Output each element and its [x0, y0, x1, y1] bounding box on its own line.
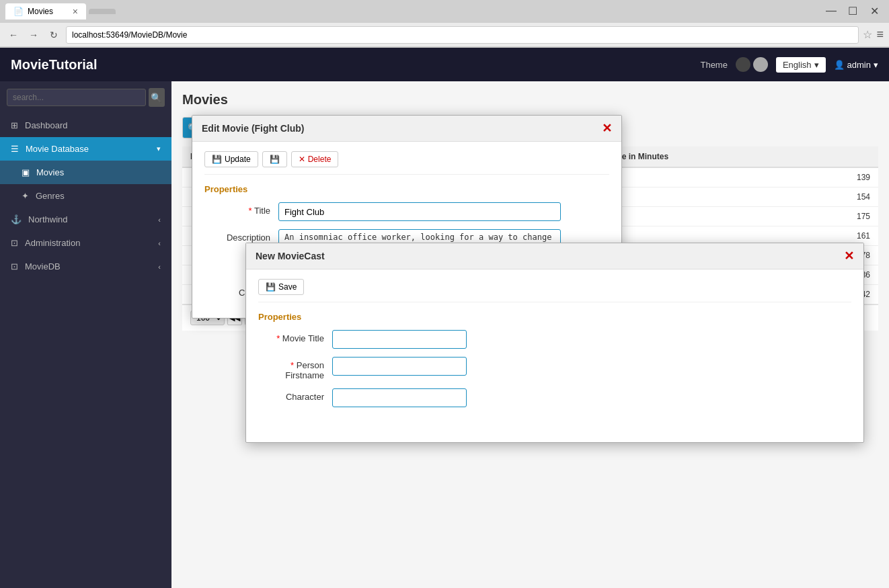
- desc-label: Description: [204, 229, 278, 243]
- movie-title-label: * Movie Title: [258, 330, 332, 343]
- character-input[interactable]: [332, 388, 467, 407]
- close-btn[interactable]: ✕: [865, 3, 884, 19]
- movie-database-icon: ☰: [11, 144, 19, 154]
- sidebar-item-label: MovieDB: [25, 261, 61, 271]
- chevron-left-icon3: ‹: [158, 263, 161, 271]
- character-row: Character: [258, 388, 851, 407]
- tab-close-btn[interactable]: ×: [73, 6, 78, 17]
- person-firstname-label: * Person Firstname: [258, 357, 332, 380]
- forward-btn[interactable]: →: [26, 27, 42, 43]
- back-btn[interactable]: ←: [5, 27, 22, 43]
- cast-modal-close-btn[interactable]: ✕: [844, 250, 854, 262]
- cell-runtime: 154: [586, 187, 878, 207]
- sidebar-item-administration[interactable]: ⊡ Administration ‹: [0, 231, 171, 255]
- sidebar-search-btn[interactable]: 🔍: [149, 88, 165, 107]
- dashboard-icon: ⊞: [11, 120, 18, 130]
- moviedb-icon: ⊡: [11, 261, 18, 271]
- sidebar-item-genres[interactable]: ✦ Genres: [0, 184, 171, 208]
- movies-icon: ▣: [22, 167, 30, 177]
- edit-modal-toolbar: 💾 Update 💾 ✕ Delete: [204, 151, 609, 175]
- address-bar[interactable]: [66, 26, 859, 44]
- sidebar: 🔍 ⊞ Dashboard ☰ Movie Database ▾ ▣ Movie…: [0, 81, 171, 588]
- movie-title-required: *: [276, 333, 280, 343]
- person-firstname-input[interactable]: [332, 357, 467, 376]
- browser-tab[interactable]: 📄 Movies ×: [5, 3, 86, 19]
- tab-icon: 📄: [13, 7, 24, 16]
- title-required-star: *: [248, 206, 252, 216]
- movie-title-row: * Movie Title: [258, 330, 851, 349]
- tab-title: Movies: [28, 7, 53, 16]
- theme-dark-circle[interactable]: [736, 57, 750, 72]
- save-only-btn[interactable]: 💾: [262, 151, 287, 167]
- delete-btn[interactable]: ✕ Delete: [291, 151, 339, 167]
- chevron-down-icon: ▾: [157, 144, 161, 153]
- cast-modal-body: 💾 Save Properties * Movie Title: [246, 269, 863, 442]
- edit-modal-header: Edit Movie (Fight Club) ✕: [192, 116, 621, 142]
- sidebar-item-label: Administration: [25, 238, 80, 248]
- sidebar-item-dashboard[interactable]: ⊞ Dashboard: [0, 114, 171, 137]
- cast-modal-toolbar: 💾 Save: [258, 279, 851, 302]
- chevron-left-icon: ‹: [158, 216, 161, 224]
- app-title: MovieTutorial: [11, 57, 700, 73]
- sidebar-search-area: 🔍: [0, 81, 171, 114]
- northwind-icon: ⚓: [11, 214, 22, 224]
- properties-section-title: Properties: [204, 184, 609, 194]
- person-row: * Person Firstname: [258, 357, 851, 380]
- sidebar-item-label: Northwind: [28, 214, 68, 224]
- cast-properties-title: Properties: [258, 312, 851, 322]
- person-required: *: [291, 360, 294, 370]
- sidebar-search-input[interactable]: [7, 89, 146, 106]
- sidebar-item-movie-database[interactable]: ☰ Movie Database ▾: [0, 137, 171, 161]
- edit-modal-close-btn[interactable]: ✕: [602, 122, 612, 134]
- chevron-left-icon2: ‹: [158, 239, 161, 247]
- save-icon: 💾: [212, 155, 222, 164]
- sidebar-item-label: Dashboard: [25, 120, 68, 130]
- admin-chevron-icon: ▾: [874, 60, 878, 70]
- genres-icon: ✦: [22, 191, 29, 201]
- title-label: * Title: [204, 202, 278, 216]
- admin-label: admin: [847, 60, 871, 70]
- page-title: Movies: [182, 92, 878, 108]
- sidebar-item-label: Movie Database: [26, 144, 89, 154]
- delete-icon: ✕: [299, 155, 305, 164]
- update-btn[interactable]: 💾 Update: [204, 151, 258, 167]
- movie-title-input[interactable]: [332, 330, 467, 349]
- title-input[interactable]: [278, 202, 561, 221]
- browser-menu-icon[interactable]: ≡: [876, 28, 884, 42]
- cell-runtime: 175: [586, 207, 878, 226]
- topbar: MovieTutorial Theme English ▾ 👤 admin ▾: [0, 48, 889, 81]
- col-runtime[interactable]: Runtime in Minutes: [586, 146, 878, 167]
- restore-btn[interactable]: ☐: [843, 3, 862, 19]
- admin-btn[interactable]: 👤 admin ▾: [834, 60, 878, 70]
- cast-save-label: Save: [278, 282, 297, 292]
- new-moviecast-modal: New MovieCast ✕ 💾 Save Properties *: [245, 243, 864, 443]
- new-tab-btn[interactable]: [89, 9, 116, 14]
- admin-user-icon: 👤: [834, 60, 845, 70]
- reload-btn[interactable]: ↻: [46, 27, 62, 43]
- bookmark-icon[interactable]: ☆: [863, 28, 872, 41]
- administration-icon: ⊡: [11, 238, 18, 248]
- language-chevron-icon: ▾: [814, 60, 819, 70]
- sidebar-item-label: Movies: [36, 167, 64, 177]
- minimize-btn[interactable]: —: [822, 3, 841, 19]
- sidebar-item-northwind[interactable]: ⚓ Northwind ‹: [0, 208, 171, 231]
- language-label: English: [783, 60, 812, 70]
- cast-modal-header: New MovieCast ✕: [246, 243, 863, 269]
- cell-runtime: 139: [586, 167, 878, 187]
- edit-modal-title: Edit Movie (Fight Club): [202, 123, 304, 134]
- cast-save-icon: 💾: [266, 282, 276, 292]
- cast-save-btn[interactable]: 💾 Save: [258, 279, 304, 295]
- sidebar-item-moviedb[interactable]: ⊡ MovieDB ‹: [0, 255, 171, 278]
- character-label: Character: [258, 388, 332, 402]
- theme-toggle[interactable]: [736, 57, 768, 72]
- theme-label: Theme: [700, 60, 727, 70]
- sidebar-item-movies[interactable]: ▣ Movies: [0, 161, 171, 184]
- sidebar-item-label: Genres: [36, 191, 65, 201]
- cast-modal-title: New MovieCast: [256, 251, 325, 261]
- save-icon2: 💾: [270, 155, 280, 164]
- delete-label: Delete: [308, 155, 332, 164]
- title-row: * Title: [204, 202, 609, 221]
- theme-light-circle[interactable]: [753, 57, 768, 72]
- language-btn[interactable]: English ▾: [776, 57, 826, 73]
- update-label: Update: [225, 155, 251, 164]
